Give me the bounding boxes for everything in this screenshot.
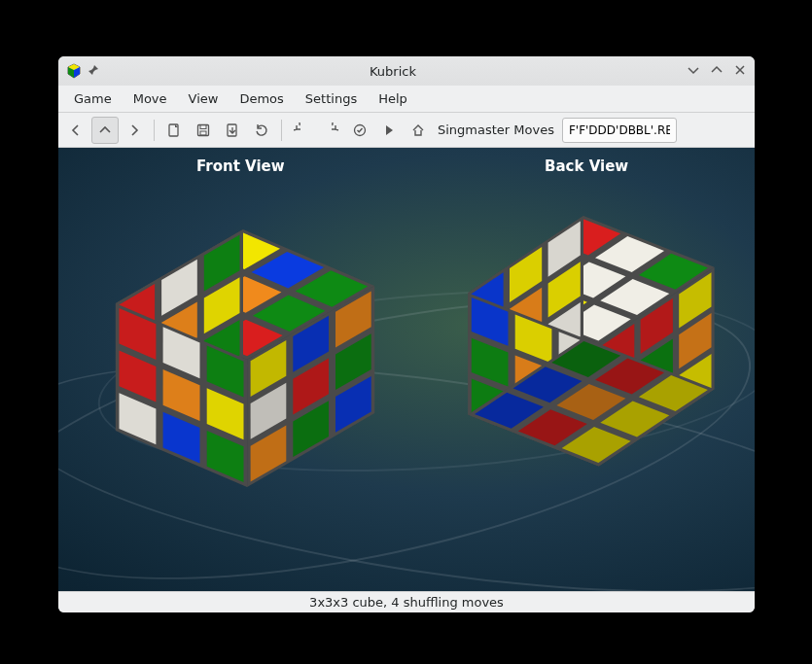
cube-viewport[interactable]: Front View Back View xyxy=(58,148,755,591)
solve-button[interactable] xyxy=(346,117,373,144)
maximize-icon[interactable] xyxy=(710,63,724,80)
status-text: 3x3x3 cube, 4 shuffling moves xyxy=(309,595,504,610)
nav-forward-button[interactable] xyxy=(121,117,148,144)
menu-game[interactable]: Game xyxy=(64,87,122,110)
front-view-label: Front View xyxy=(196,157,285,175)
pin-icon[interactable] xyxy=(88,64,99,79)
front-cube[interactable] xyxy=(78,187,408,537)
menu-view[interactable]: View xyxy=(179,87,229,110)
menu-move[interactable]: Move xyxy=(124,87,177,110)
restart-button[interactable] xyxy=(248,117,275,144)
undo-button[interactable] xyxy=(288,117,315,144)
window-title: Kubrick xyxy=(99,64,687,79)
new-game-button[interactable] xyxy=(160,117,188,144)
statusbar: 3x3x3 cube, 4 shuffling moves xyxy=(58,591,755,612)
singmaster-input[interactable] xyxy=(562,118,677,143)
nav-back-button[interactable] xyxy=(62,117,89,144)
singmaster-label: Singmaster Moves xyxy=(434,122,560,137)
menu-settings[interactable]: Settings xyxy=(296,87,367,110)
menubar: Game Move View Demos Settings Help xyxy=(58,86,755,113)
menu-demos[interactable]: Demos xyxy=(229,87,293,110)
back-view-label: Back View xyxy=(545,157,628,175)
minimize-icon[interactable] xyxy=(687,63,700,80)
svg-rect-7 xyxy=(200,131,206,135)
open-button[interactable] xyxy=(219,117,246,144)
menu-help[interactable]: Help xyxy=(369,87,417,110)
redo-button[interactable] xyxy=(317,117,344,144)
toolbar: Singmaster Moves xyxy=(58,113,755,148)
app-window: Kubrick Game Move View Demos Settings He… xyxy=(58,56,755,612)
save-button[interactable] xyxy=(190,117,217,144)
app-cube-icon xyxy=(66,63,82,79)
titlebar: Kubrick xyxy=(58,56,755,86)
home-button[interactable] xyxy=(405,117,432,144)
close-icon[interactable] xyxy=(733,63,747,80)
play-button[interactable] xyxy=(375,117,403,144)
nav-up-button[interactable] xyxy=(91,117,119,144)
svg-rect-5 xyxy=(198,124,209,135)
back-cube[interactable] xyxy=(428,177,749,546)
